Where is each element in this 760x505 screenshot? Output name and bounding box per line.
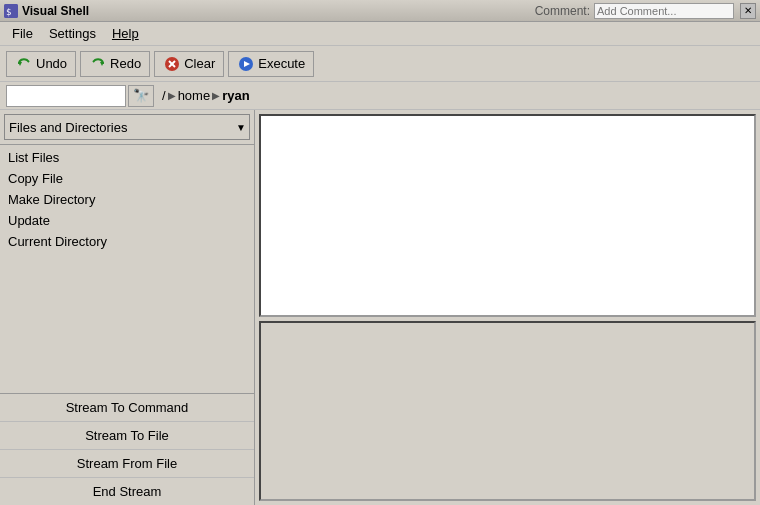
stream-to-file-button[interactable]: Stream To File bbox=[0, 421, 254, 449]
binoculars-icon: 🔭 bbox=[133, 88, 149, 103]
redo-label: Redo bbox=[110, 56, 141, 71]
redo-icon bbox=[89, 55, 107, 73]
menu-bar: File Settings Help bbox=[0, 22, 760, 46]
toolbar: Undo Redo Clear Execute bbox=[0, 46, 760, 82]
redo-button[interactable]: Redo bbox=[80, 51, 150, 77]
comment-area: Comment: bbox=[535, 3, 734, 19]
stream-from-file-button[interactable]: Stream From File bbox=[0, 449, 254, 477]
list-item[interactable]: Copy File bbox=[0, 168, 254, 189]
close-button[interactable]: ✕ bbox=[740, 3, 756, 19]
stream-to-command-button[interactable]: Stream To Command bbox=[0, 394, 254, 421]
main-area: Files and Directories Network System Tex… bbox=[0, 110, 760, 505]
path-home: home bbox=[178, 88, 211, 103]
path-ryan: ryan bbox=[222, 88, 249, 103]
path-bar: 🔭 / ▶ home ▶ ryan bbox=[0, 82, 760, 110]
comment-input[interactable] bbox=[594, 3, 734, 19]
right-panel bbox=[255, 110, 760, 505]
app-icon: $ bbox=[4, 4, 18, 18]
list-item[interactable]: Make Directory bbox=[0, 189, 254, 210]
path-arrow-1: ▶ bbox=[168, 90, 176, 101]
end-stream-button[interactable]: End Stream bbox=[0, 477, 254, 505]
menu-file[interactable]: File bbox=[4, 24, 41, 43]
items-list: List Files Copy File Make Directory Upda… bbox=[0, 145, 254, 393]
list-item[interactable]: Update bbox=[0, 210, 254, 231]
category-select-container: Files and Directories Network System Tex… bbox=[4, 114, 250, 140]
search-button[interactable]: 🔭 bbox=[128, 85, 154, 107]
undo-label: Undo bbox=[36, 56, 67, 71]
clear-button[interactable]: Clear bbox=[154, 51, 224, 77]
path-arrow-2: ▶ bbox=[212, 90, 220, 101]
path-display: / ▶ home ▶ ryan bbox=[162, 88, 250, 103]
undo-button[interactable]: Undo bbox=[6, 51, 76, 77]
undo-icon bbox=[15, 55, 33, 73]
path-root: / bbox=[162, 88, 166, 103]
lower-output-area bbox=[259, 321, 756, 501]
output-area bbox=[259, 114, 756, 317]
title-bar: $ Visual Shell Comment: ✕ bbox=[0, 0, 760, 22]
left-panel: Files and Directories Network System Tex… bbox=[0, 110, 255, 505]
category-dropdown-wrapper: Files and Directories Network System Tex… bbox=[0, 110, 254, 145]
comment-label: Comment: bbox=[535, 4, 590, 18]
app-title: Visual Shell bbox=[22, 4, 535, 18]
list-item[interactable]: List Files bbox=[0, 147, 254, 168]
execute-button[interactable]: Execute bbox=[228, 51, 314, 77]
menu-help[interactable]: Help bbox=[104, 24, 147, 43]
execute-icon bbox=[237, 55, 255, 73]
execute-label: Execute bbox=[258, 56, 305, 71]
menu-settings[interactable]: Settings bbox=[41, 24, 104, 43]
clear-label: Clear bbox=[184, 56, 215, 71]
svg-text:$: $ bbox=[6, 7, 11, 17]
stream-buttons: Stream To Command Stream To File Stream … bbox=[0, 393, 254, 505]
list-item[interactable]: Current Directory bbox=[0, 231, 254, 252]
path-input[interactable] bbox=[6, 85, 126, 107]
clear-icon bbox=[163, 55, 181, 73]
category-select[interactable]: Files and Directories Network System Tex… bbox=[4, 114, 250, 140]
